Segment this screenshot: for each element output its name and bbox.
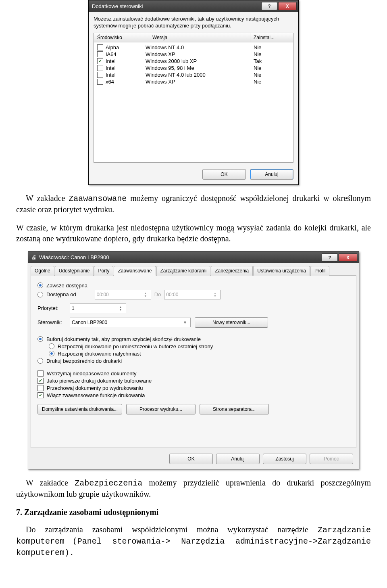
checkbox-icon [37, 378, 44, 384]
check-keep-printed[interactable]: Przechowaj dokumenty po wydrukowaniu [37, 385, 350, 391]
cell-installed: Nie [254, 44, 290, 50]
cell-version: Windows XP [146, 79, 254, 85]
checkbox-icon[interactable] [97, 44, 103, 50]
radio-print-direct[interactable]: Drukuj bezpośrednio do drukarki [37, 358, 350, 364]
tab-zabezpieczenia[interactable]: Zabezpieczenia [211, 266, 253, 276]
header-env[interactable]: Środowisko [94, 33, 149, 42]
tab-udostępnianie[interactable]: Udostępnianie [55, 266, 94, 276]
tab-zarządzanie-kolorami[interactable]: Zarządzanie kolorami [156, 266, 211, 276]
tab-page-advanced: Zawsze dostępna Dostępna od 00:00 ▲▼ Do … [31, 275, 356, 448]
cell-version: Windows 2000 lub XP [146, 58, 254, 64]
radio-icon [49, 343, 54, 349]
radio-icon [37, 292, 43, 297]
dialog-title: Właściwości: Canon LBP2900 [39, 254, 321, 260]
cancel-button[interactable]: Anuluj [216, 454, 260, 464]
additional-drivers-dialog: Dodatkowe sterowniki ? X Możesz zainstal… [88, 0, 299, 185]
paragraph-security-tab: W zakładce Zabezpieczenia możemy przydzi… [16, 477, 371, 500]
dialog-footer: OK Anuluj Zastosuj Pomoc [28, 450, 359, 469]
print-processor-button[interactable]: Procesor wydruku... [126, 404, 196, 414]
check-print-spooled-first[interactable]: Jako pierwsze drukuj dokumenty buforowan… [37, 378, 350, 384]
checkbox-icon[interactable] [97, 72, 103, 78]
dialog-body: Możesz zainstalować dodatkowe sterowniki… [89, 12, 298, 165]
close-button[interactable]: X [278, 2, 297, 10]
cell-env: Intel [106, 72, 116, 78]
cell-version: Windows XP [146, 51, 254, 57]
printer-icon: 🖨 [31, 254, 37, 260]
cell-installed: Nie [254, 65, 290, 71]
table-row[interactable]: ✔IntelWindows 2000 lub XPTak [94, 58, 293, 65]
cell-installed: Nie [254, 72, 290, 78]
table-row[interactable]: IA64Windows XPNie [94, 51, 293, 58]
dialog-title: Dodatkowe sterowniki [92, 3, 260, 9]
time-to-spinner[interactable]: 00:00 ▲▼ [164, 290, 221, 299]
cell-version: Windows NT 4.0 [146, 44, 254, 50]
paragraph-advanced-tab: W zakładce Zaawansowane możemy ograniczy… [16, 193, 371, 215]
list-headers: Środowisko Wersja Zainstal... [94, 33, 293, 42]
checkbox-icon [37, 392, 44, 398]
ok-button[interactable]: OK [202, 169, 246, 180]
radio-icon [37, 336, 43, 342]
to-label: Do [154, 291, 161, 297]
checkbox-icon[interactable]: ✔ [97, 58, 103, 64]
driver-combo[interactable]: Canon LBP2900 ▼ [70, 318, 191, 327]
printer-properties-dialog: 🖨 Właściwości: Canon LBP2900 ? X OgólneU… [28, 251, 359, 469]
cell-installed: Nie [254, 79, 290, 85]
radio-label: Drukuj bezpośrednio do drukarki [46, 358, 122, 364]
settings-button-row: Domyślne ustawienia drukowania... Proces… [37, 404, 350, 414]
tab-ustawienia-urządzenia[interactable]: Ustawienia urządzenia [253, 266, 310, 276]
radio-start-after-last[interactable]: Rozpocznij drukowanie po umieszczeniu w … [49, 343, 350, 349]
radio-start-immediate[interactable]: Rozpocznij drukowanie natychmiast [49, 351, 350, 357]
radio-icon [37, 358, 43, 364]
header-version[interactable]: Wersja [149, 33, 250, 42]
cancel-button[interactable]: Anuluj [250, 169, 293, 180]
list-rows: AlphaWindows NT 4.0NieIA64Windows XPNie✔… [94, 42, 293, 87]
table-row[interactable]: IntelWindows NT 4.0 lub 2000Nie [94, 71, 293, 78]
help-button[interactable]: ? [261, 2, 277, 10]
cell-env: x64 [106, 79, 114, 85]
tab-profil[interactable]: Profil [310, 266, 329, 276]
check-label: Przechowaj dokumenty po wydrukowaniu [47, 385, 143, 391]
apply-button[interactable]: Zastosuj [263, 454, 306, 464]
radio-label: Rozpocznij drukowanie natychmiast [58, 351, 141, 357]
checkbox-icon[interactable] [97, 79, 103, 85]
check-advanced-features[interactable]: Włącz zaawansowane funkcje drukowania [37, 392, 350, 398]
cell-installed: Tak [254, 58, 290, 64]
titlebar[interactable]: 🖨 Właściwości: Canon LBP2900 ? X [28, 252, 359, 263]
table-row[interactable]: IntelWindows 95, 98 i MeNie [94, 65, 293, 71]
new-driver-button[interactable]: Nowy sterownik... [195, 317, 268, 328]
ok-button[interactable]: OK [169, 454, 213, 464]
priority-spinner[interactable]: 1 ▲▼ [70, 303, 126, 313]
table-row[interactable]: x64Windows XPNie [94, 78, 293, 85]
checkbox-icon[interactable] [97, 51, 103, 57]
titlebar[interactable]: Dodatkowe sterowniki ? X [89, 0, 298, 12]
tab-bar: OgólneUdostępnianiePortyZaawansowaneZarz… [28, 263, 359, 275]
paragraph-unavailable: W czasie, w którym drukarka jest niedost… [16, 222, 371, 244]
check-label: Włącz zaawansowane funkcje drukowania [47, 392, 145, 398]
table-row[interactable]: AlphaWindows NT 4.0Nie [94, 44, 293, 51]
help-button[interactable]: Pomoc [310, 454, 353, 464]
radio-always-available[interactable]: Zawsze dostępna [37, 282, 350, 289]
checkbox-icon[interactable] [97, 65, 103, 71]
radio-label: Dostępna od [46, 291, 76, 297]
cell-env: Alpha [106, 44, 119, 50]
radio-spool-docs[interactable]: Buforuj dokumenty tak, aby program szybc… [37, 336, 350, 342]
radio-available-from[interactable]: Dostępna od 00:00 ▲▼ Do 00:00 ▲▼ [37, 290, 350, 299]
separator-page-button[interactable]: Strona separatora... [200, 404, 269, 414]
check-label: Jako pierwsze drukuj dokumenty buforowan… [47, 378, 152, 384]
close-button[interactable]: X [339, 253, 357, 262]
tab-ogólne[interactable]: Ogólne [31, 266, 54, 276]
checkbox-icon [37, 370, 44, 377]
time-from-spinner[interactable]: 00:00 ▲▼ [95, 290, 151, 299]
tab-porty[interactable]: Porty [94, 266, 113, 276]
check-label: Wstrzymaj niedopasowane dokumenty [47, 370, 137, 377]
check-hold-mismatched[interactable]: Wstrzymaj niedopasowane dokumenty [37, 370, 350, 377]
radio-icon [37, 282, 43, 288]
printing-defaults-button[interactable]: Domyślne ustawienia drukowania... [37, 404, 122, 414]
help-button[interactable]: ? [322, 253, 338, 262]
driver-listbox[interactable]: Środowisko Wersja Zainstal... AlphaWindo… [94, 33, 293, 163]
section-heading-7: 7. Zarządzanie zasobami udostępnionymi [16, 508, 371, 517]
priority-label: Priorytet: [37, 305, 66, 311]
tab-zaawansowane[interactable]: Zaawansowane [114, 266, 156, 276]
dialog-footer: OK Anuluj [89, 165, 298, 184]
header-installed[interactable]: Zainstal... [250, 33, 293, 42]
